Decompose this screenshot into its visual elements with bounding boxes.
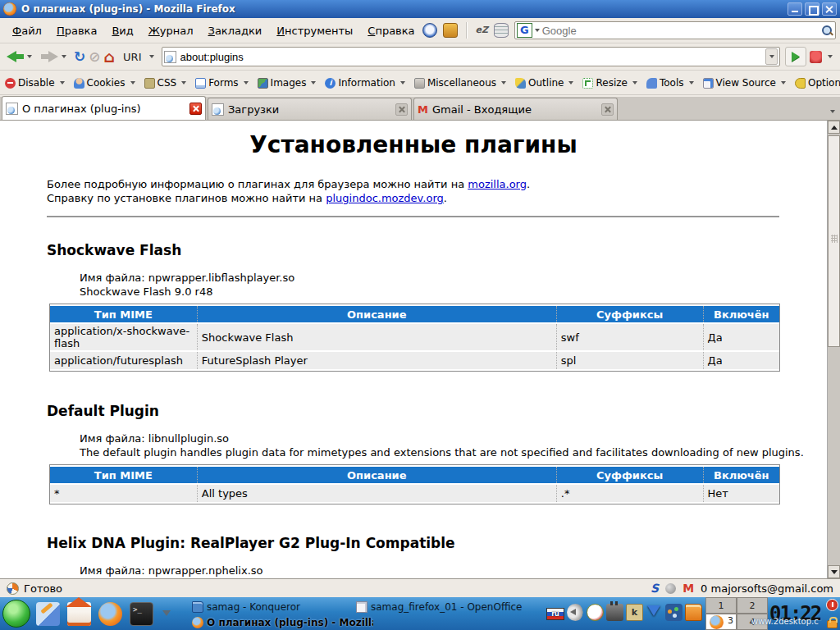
download-arrow-icon[interactable] [646, 604, 663, 621]
devbar-resize[interactable]: Resize [582, 77, 639, 89]
stop-button[interactable]: ⊘ [89, 49, 100, 64]
forward-caret-icon[interactable] [62, 55, 66, 58]
tab-close-icon[interactable] [395, 103, 408, 116]
devbar-information[interactable]: iInformation [325, 77, 407, 89]
firefox-launcher-icon[interactable] [98, 602, 122, 626]
tab-list-caret-icon[interactable] [830, 110, 835, 113]
back-button[interactable] [5, 49, 36, 64]
search-magnifier-icon[interactable] [820, 24, 833, 37]
devbar-tools[interactable]: Tools [646, 77, 696, 89]
gmail-notifier-label[interactable]: 0 majorsofts@gmail.com [701, 582, 833, 595]
devbar-outline[interactable]: Outline [515, 77, 576, 89]
tab-plugins[interactable]: О плагинах (plug-ins) [2, 96, 206, 120]
col-suffixes: Суффиксы [556, 467, 703, 483]
tab-close-icon[interactable] [601, 103, 614, 116]
desktop-3-active[interactable]: 3 [705, 614, 737, 630]
menu-view[interactable]: Вид [104, 21, 140, 40]
menu-tools[interactable]: Инструменты [269, 21, 360, 40]
reload-button[interactable]: ↻ [74, 49, 85, 64]
devbar-images[interactable]: Images [258, 77, 319, 89]
gmail-notifier-icon[interactable]: M [682, 582, 694, 595]
search-engine-caret-icon[interactable] [535, 29, 540, 32]
kmenu-geeko-button[interactable] [2, 600, 30, 628]
klipper-icon[interactable]: k [626, 604, 643, 621]
devbar-miscellaneous[interactable]: Miscellaneous [414, 77, 509, 89]
desktop-2[interactable]: 2 [737, 597, 768, 614]
plugin-description: The default plugin handles plugin data f… [80, 445, 827, 459]
compass-icon[interactable] [422, 23, 437, 38]
images-icon [258, 78, 268, 89]
package-icon[interactable] [443, 23, 458, 38]
vertical-scrollbar[interactable] [827, 121, 840, 578]
task-firefox-active[interactable]: О плагинах (plug-ins) - Mozilla [189, 614, 373, 630]
keyboard-layout-ru-icon[interactable]: ru [546, 608, 564, 620]
kontact-folder-icon[interactable] [685, 604, 702, 621]
lock-icon[interactable] [827, 620, 838, 628]
devbar-cookies[interactable]: Cookies [74, 77, 138, 89]
tab-downloads[interactable]: Загрузки [208, 98, 412, 120]
google-engine-icon[interactable]: G [517, 23, 532, 38]
terminal-launcher-icon[interactable]: >_ [130, 602, 153, 626]
devbar-disable[interactable]: Disable [5, 77, 67, 89]
menu-bookmarks[interactable]: Закладки [201, 21, 270, 40]
go-button[interactable] [785, 47, 806, 66]
status-pie-icon[interactable] [7, 582, 19, 595]
devbar-options[interactable]: Options [795, 77, 840, 89]
status-bar: Готово S M 0 majorsofts@gmail.com [0, 578, 840, 597]
desktop-1[interactable]: 1 [705, 597, 737, 614]
uri-caret-icon[interactable] [149, 55, 154, 58]
editor-launcher-icon[interactable] [36, 602, 60, 626]
scroll-up-button[interactable] [828, 121, 840, 134]
power-plug-icon[interactable] [606, 604, 623, 621]
forward-arrow-icon [41, 51, 58, 62]
address-input[interactable] [176, 51, 766, 63]
close-button[interactable] [822, 2, 837, 16]
address-history-dropdown[interactable] [765, 48, 778, 65]
ez-extension-icon[interactable]: eZ [476, 23, 488, 38]
gmail-icon: M [418, 103, 428, 116]
red-extension-icon[interactable] [810, 51, 822, 63]
network-icon[interactable] [665, 604, 682, 621]
red-extension-caret-icon[interactable] [828, 55, 833, 58]
menu-help[interactable]: Справка [360, 21, 422, 40]
home-launcher-icon[interactable] [67, 602, 91, 626]
menu-history[interactable]: Журнал [141, 21, 201, 40]
minimize-button[interactable] [788, 2, 802, 16]
tab-gmail[interactable]: M Gmail - Входящие [413, 98, 618, 120]
menu-edit[interactable]: Правка [49, 21, 104, 40]
back-caret-icon[interactable] [27, 55, 32, 58]
uri-dropdown-label[interactable]: URI [118, 51, 143, 63]
resize-icon [582, 78, 593, 89]
panel-hide-arrow-icon[interactable] [162, 610, 171, 616]
table-header-row: Тип MIME Описание Суффиксы Включён [50, 306, 779, 322]
menu-file[interactable]: Файл [5, 21, 49, 40]
search-bar[interactable]: G [514, 21, 836, 39]
forward-button[interactable] [39, 49, 71, 64]
web-developer-toolbar: Disable Cookies CSS Forms Images iInform… [0, 71, 840, 95]
volume-icon[interactable] [567, 604, 584, 621]
devbar-tools-label: Tools [660, 77, 684, 89]
devbar-view-source[interactable]: View Source [703, 77, 789, 89]
scrollbar-thumb[interactable] [828, 135, 840, 347]
maximize-button[interactable] [805, 2, 819, 16]
devbar-outline-label: Outline [528, 77, 564, 89]
scroll-up-icon [831, 126, 838, 130]
server-stack-icon[interactable] [494, 23, 509, 38]
home-button[interactable]: ⌂ [104, 49, 116, 64]
search-input[interactable] [542, 25, 820, 37]
task-openoffice[interactable]: samag_firefox_01 - OpenOffice [353, 599, 541, 614]
address-bar[interactable] [162, 47, 781, 66]
devbar-forms[interactable]: Forms [195, 77, 250, 89]
power-icon[interactable] [826, 599, 838, 611]
tab-close-icon[interactable] [189, 103, 202, 115]
scroll-down-button[interactable] [828, 565, 840, 578]
plugindoc-link[interactable]: plugindoc.mozdev.org [326, 192, 444, 204]
task-konqueror[interactable]: samag - Konqueror [189, 599, 353, 614]
devbar-css[interactable]: CSS [144, 77, 189, 89]
mozilla-org-link[interactable]: mozilla.org [468, 178, 527, 190]
adblock-icon[interactable] [665, 583, 676, 594]
table-row: application/x-shockwave-flash Shockwave … [50, 324, 779, 350]
scrapbook-icon[interactable]: S [651, 582, 659, 595]
task-label: О плагинах (plug-ins) - Mozilla [207, 617, 373, 628]
dog-applet-icon[interactable] [587, 604, 604, 621]
